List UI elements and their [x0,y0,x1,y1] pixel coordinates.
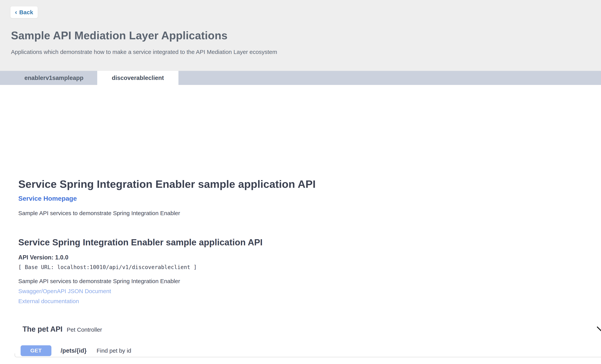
service-tabbar: enablerv1sampleapp discoverableclient [0,71,601,85]
tab-enablerv1sampleapp[interactable]: enablerv1sampleapp [10,71,97,85]
chevron-left-icon: ‹ [15,9,17,15]
tab-discoverableclient[interactable]: discoverableclient [97,71,179,85]
tab-label: discoverableclient [112,75,164,81]
tag-section-header[interactable]: The pet API Pet Controller [22,325,601,333]
operations-list: GET /pets/{id} Find pet by id PUT /pets/… [15,336,601,364]
chevron-down-icon[interactable] [597,326,601,332]
page-header: ‹ Back Sample API Mediation Layer Applic… [0,0,601,71]
operation-path: /pets/{id} [61,347,87,354]
service-homepage-link[interactable]: Service Homepage [18,195,77,202]
operation-summary: Find pet by id [97,347,131,354]
service-description: Sample API services to demonstrate Sprin… [18,210,180,217]
tab-label: enablerv1sampleapp [24,75,84,81]
back-button[interactable]: ‹ Back [10,6,38,18]
page-title: Sample API Mediation Layer Applications [11,29,228,42]
swagger-json-link[interactable]: Swagger/OpenAPI JSON Document [18,288,111,294]
page-subtitle: Applications which demonstrate how to ma… [11,49,277,55]
service-heading: Service Spring Integration Enabler sampl… [18,178,316,191]
tag-name: The pet API [22,325,63,333]
api-base-url: [ Base URL: localhost:10010/api/v1/disco… [18,264,197,270]
api-doc-title: Service Spring Integration Enabler sampl… [18,237,263,248]
api-doc-description: Sample API services to demonstrate Sprin… [18,278,180,284]
back-button-label: Back [19,9,33,16]
tag-description: Pet Controller [67,326,102,333]
service-detail-panel: Service Spring Integration Enabler sampl… [0,85,601,364]
operation-row[interactable]: GET /pets/{id} Find pet by id [15,336,601,357]
method-badge: GET [20,345,51,356]
external-docs-link[interactable]: External documentation [18,298,79,304]
operation-row[interactable]: PUT /pets/{id} Update an existing pet [15,357,601,364]
api-version: API Version: 1.0.0 [18,254,68,261]
